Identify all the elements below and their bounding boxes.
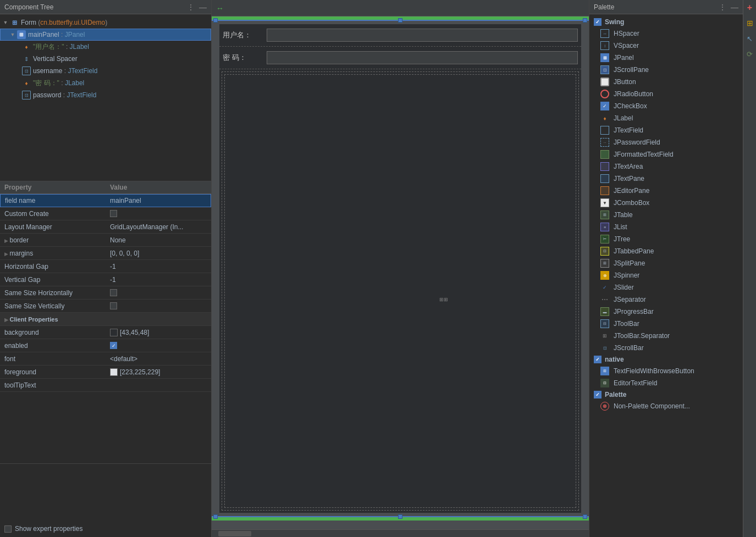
palette-item-jtoolbarsep[interactable]: ⊞ JToolBar.Separator [589,330,743,342]
password-label: 密 码： [223,53,267,63]
palette-item-jeditorpane[interactable]: JEditorPane [589,185,743,197]
palette-item-jtoolbar[interactable]: ⊟ JToolBar [589,318,743,330]
sshoriz-checkbox[interactable] [110,289,117,296]
palette-item-jtextarea[interactable]: JTextArea [589,160,743,173]
palette-item-jlabel[interactable]: ♦ JLabel [589,112,743,124]
expand-arrow-form[interactable]: ▼ [2,19,9,26]
prop-value-fieldname[interactable]: mainPanel [106,195,211,206]
palette-item-jpanel[interactable]: ⊞ JPanel [589,52,743,64]
palette-label-jradiobutton: JRadioButton [614,90,653,98]
prop-value-background[interactable]: [43,45,48] [106,327,211,338]
username-field[interactable] [267,29,578,42]
palette-item-jpassword[interactable]: ··· JPasswordField [589,136,743,148]
prop-value-foreground[interactable]: [223,225,229] [106,367,211,378]
handle-bottom-left[interactable] [213,514,218,519]
prop-value-enabled [106,340,211,351]
handle-top-center[interactable] [398,18,402,23]
handle-top-right[interactable] [583,18,587,23]
prop-value-tooltip[interactable] [106,384,211,387]
palette-header-icons: ⋮ — [719,3,738,12]
prop-value-hgap[interactable]: -1 [106,261,211,272]
tree-item-form[interactable]: ▼ ⊞ Form (cn.butterfly.ui.UIDemo) [0,16,211,29]
prop-value-border[interactable]: None [106,235,211,246]
palette-close-icon[interactable]: — [731,3,738,12]
layers-icon-button[interactable]: ⊞ [744,18,755,29]
palette-category-palette[interactable]: ✓ Palette [589,389,743,400]
arrow-icon-button[interactable]: ↖ [744,33,755,44]
palette-item-jradiobutton[interactable]: JRadioButton [589,88,743,100]
palette-item-jprogressbar[interactable]: ▬ JProgressBar [589,306,743,318]
prop-value-vgap[interactable]: -1 [106,274,211,285]
palette-item-jformatted[interactable]: JFormattedTextField [589,148,743,160]
swing-category-checkbox[interactable]: ✓ [594,18,602,26]
palette-item-nonpalette[interactable]: ⊗ Non-Palette Component... [589,400,743,412]
prop-value-layout[interactable]: GridLayoutManager (In... [106,222,211,232]
jradio-icon [600,90,609,98]
palette-item-jslider[interactable]: ✓ JSlider [589,281,743,294]
prop-row-fieldname[interactable]: field name mainPanel [0,194,211,207]
palette-category-native[interactable]: ✓ native [589,354,743,365]
ruler-marker-1: ⊞⊞ [439,297,448,302]
palette-item-jbutton[interactable]: JButton [589,76,743,88]
prop-value-font[interactable]: <default> [106,353,211,364]
palette-item-jtextfield[interactable]: JTextField [589,124,743,136]
password-field[interactable] [267,51,578,64]
editortext-icon: ⊟ [600,379,609,387]
canvas-area[interactable]: 用户名： 密 码： ⊞⊞ [212,16,589,537]
palette-label-jbutton: JButton [614,78,636,86]
palette-category-checkbox[interactable]: ✓ [594,391,602,398]
palette-label-jeditorpane: JEditorPane [614,187,649,195]
palette-title: Palette [594,3,614,11]
palette-item-editortextfield[interactable]: ⊟ EditorTextField [589,377,743,389]
handle-top-left[interactable] [213,18,218,23]
palette-item-jtable[interactable]: ⊞ JTable [589,209,743,221]
palette-item-textfieldwithbrowse[interactable]: ⊞ TextFieldWithBrowseButton [589,365,743,377]
native-category-checkbox[interactable]: ✓ [594,356,602,363]
palette-item-jscrollpane[interactable]: ⊡ JScrollPane [589,64,743,76]
palette-item-jspinner[interactable]: ⊕ JSpinner [589,269,743,281]
tree-item-passlabel[interactable]: ♦ "密 码：" : JLabel [0,77,211,89]
prop-value-margins[interactable]: [0, 0, 0, 0] [106,248,211,259]
palette-menu-icon[interactable]: ⋮ [719,3,726,12]
tree-item-username[interactable]: ⊡ username : JTextField [0,65,211,77]
palette-item-jcheckbox[interactable]: ✓ JCheckBox [589,100,743,112]
canvas-nav-left[interactable]: ↔ [216,4,224,13]
prop-value-ssverts [106,301,211,311]
palette-item-vspacer[interactable]: ↕ VSpacer [589,40,743,52]
palette-item-jtree[interactable]: ⊢ JTree [589,233,743,245]
palette-label-jlabel: JLabel [614,114,633,122]
handle-bottom-right[interactable] [583,514,587,519]
canvas-scrollbar[interactable] [212,529,589,537]
hspacer-icon: ↔ [600,29,609,38]
palette-item-jseparator[interactable]: ⋯ JSeparator [589,294,743,306]
palette-label-textfieldwithbrowse: TextFieldWithBrowseButton [614,367,694,375]
customcreate-checkbox[interactable] [110,210,117,217]
palette-content: ✓ Swing ↔ HSpacer ↕ VSpacer ⊞ JPanel ⊡ J… [589,14,743,537]
jpanel-icon: ⊞ [600,53,609,62]
tree-close-icon[interactable]: — [199,3,207,12]
palette-item-hspacer[interactable]: ↔ HSpacer [589,27,743,40]
tree-item-mainpanel[interactable]: ▼ ⊞ mainPanel : JPanel [0,29,211,41]
handle-bottom-center[interactable] [398,514,402,519]
palette-item-jscrollbar[interactable]: ⊡ JScrollBar [589,342,743,354]
palette-item-jtextpane[interactable]: JTextPane [589,173,743,185]
add-icon-button[interactable]: + [744,2,755,13]
ssverts-checkbox[interactable] [110,302,117,309]
palette-category-swing[interactable]: ✓ Swing [589,16,743,27]
expand-arrow-mainpanel[interactable]: ▼ [9,31,16,38]
tree-item-userlabel[interactable]: ♦ "用户名：" : JLabel [0,41,211,53]
tree-item-spacer[interactable]: ⇕ Vertical Spacer [0,53,211,65]
tree-menu-icon[interactable]: ⋮ [187,3,195,12]
jscroll-icon: ⊡ [600,65,609,74]
enabled-checkbox[interactable] [110,342,117,349]
palette-item-jlist[interactable]: ≡ JList [589,221,743,233]
show-expert-properties[interactable]: Show expert properties [0,463,211,537]
palette-label-jscrollpane: JScrollPane [614,66,649,74]
tree-item-password[interactable]: ⊡ password : JTextField [0,89,211,101]
palette-item-jcombobox[interactable]: ▼ JComboBox [589,197,743,209]
expert-checkbox[interactable] [4,525,12,533]
refresh-icon-button[interactable]: ⟳ [744,48,755,59]
palette-item-jsplitpane[interactable]: ⊞ JSplitPane [589,257,743,269]
palette-item-jtabbedpane[interactable]: ⊟ JTabbedPane [589,245,743,257]
scrollbar-thumb[interactable] [218,531,251,536]
